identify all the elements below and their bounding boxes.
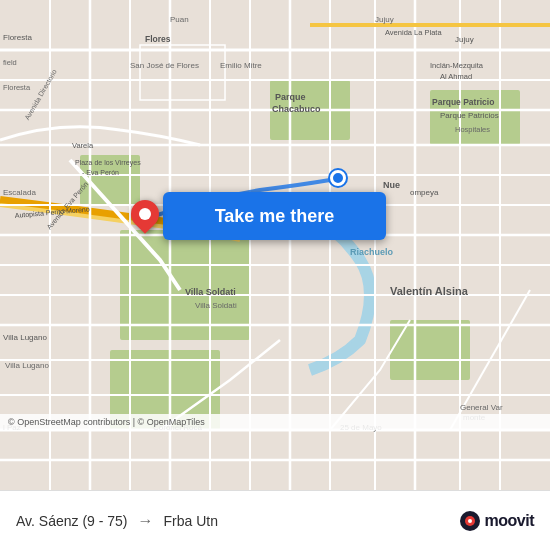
map-container: Puan Jujuy Avenida La Plata Floresta Flo… bbox=[0, 0, 550, 490]
route-arrow-icon: → bbox=[138, 512, 154, 530]
svg-rect-1 bbox=[120, 230, 250, 340]
current-location-dot bbox=[330, 170, 346, 186]
bottom-bar: Av. Sáenz (9 - 75) → Frba Utn moovit bbox=[0, 490, 550, 550]
svg-text:Flores: Flores bbox=[145, 34, 171, 44]
svg-text:General Var: General Var bbox=[460, 403, 503, 412]
svg-text:Nue: Nue bbox=[383, 180, 400, 190]
destination-pin bbox=[131, 200, 159, 228]
svg-text:Villa Soldati: Villa Soldati bbox=[195, 301, 237, 310]
svg-text:San José de Flores: San José de Flores bbox=[130, 61, 199, 70]
svg-text:- Eva Perón: - Eva Perón bbox=[82, 169, 119, 176]
svg-text:Floresta: Floresta bbox=[3, 83, 31, 92]
svg-text:field: field bbox=[3, 58, 17, 67]
route-from: Av. Sáenz (9 - 75) bbox=[16, 513, 128, 529]
svg-text:Riachuelo: Riachuelo bbox=[350, 247, 394, 257]
svg-text:Valentín Alsina: Valentín Alsina bbox=[390, 285, 469, 297]
svg-text:Varela: Varela bbox=[72, 141, 94, 150]
svg-text:Villa Lugano: Villa Lugano bbox=[3, 333, 47, 342]
take-me-there-label: Take me there bbox=[215, 206, 335, 227]
svg-text:Inclán-Mezquita: Inclán-Mezquita bbox=[430, 61, 484, 70]
svg-text:Plaza de los Virreyes: Plaza de los Virreyes bbox=[75, 159, 141, 167]
svg-text:Parque: Parque bbox=[275, 92, 306, 102]
svg-text:Jujuy: Jujuy bbox=[455, 35, 474, 44]
svg-text:Parque Patricio: Parque Patricio bbox=[432, 97, 494, 107]
svg-text:ompeya: ompeya bbox=[410, 188, 439, 197]
copyright-text: © OpenStreetMap contributors | © OpenMap… bbox=[8, 417, 205, 427]
svg-rect-6 bbox=[390, 320, 470, 380]
svg-text:Parque Patricios: Parque Patricios bbox=[440, 111, 499, 120]
svg-text:Escalada: Escalada bbox=[3, 188, 36, 197]
svg-text:Chacabuco: Chacabuco bbox=[272, 104, 321, 114]
svg-text:Villa Soldati: Villa Soldati bbox=[185, 287, 236, 297]
svg-text:Al Ahmad: Al Ahmad bbox=[440, 72, 472, 81]
svg-point-74 bbox=[468, 519, 472, 523]
svg-text:Puan: Puan bbox=[170, 15, 189, 24]
svg-text:Jujuy: Jujuy bbox=[375, 15, 394, 24]
copyright-bar: © OpenStreetMap contributors | © OpenMap… bbox=[0, 414, 550, 430]
svg-text:Villa Lugano: Villa Lugano bbox=[5, 361, 49, 370]
moovit-icon bbox=[459, 510, 481, 532]
svg-text:Emilio Mitre: Emilio Mitre bbox=[220, 61, 262, 70]
route-to: Frba Utn bbox=[164, 513, 218, 529]
svg-text:Floresta: Floresta bbox=[3, 33, 32, 42]
take-me-there-button[interactable]: Take me there bbox=[163, 192, 386, 240]
moovit-brand-text: moovit bbox=[485, 512, 534, 530]
moovit-logo: moovit bbox=[459, 510, 534, 532]
svg-text:Avenida La Plata: Avenida La Plata bbox=[385, 28, 442, 37]
svg-text:Hospitales: Hospitales bbox=[455, 125, 490, 134]
